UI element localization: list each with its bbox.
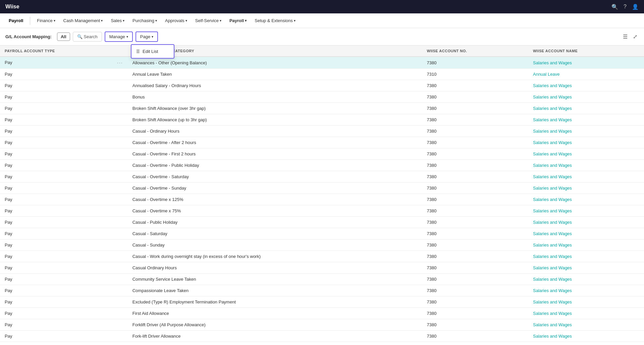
table-row[interactable]: PayCasual - Work during overnight stay (… bbox=[0, 251, 644, 262]
cell-account-name[interactable]: Salaries and Wages bbox=[528, 205, 644, 217]
account-name-link[interactable]: Salaries and Wages bbox=[533, 208, 572, 213]
cell-category: Casual - Overtime - After 2 hours bbox=[128, 137, 422, 148]
table-row[interactable]: PayCompassionate Leave Taken7380Salaries… bbox=[0, 285, 644, 296]
table-row[interactable]: PayCasual - Public Holiday7380Salaries a… bbox=[0, 217, 644, 228]
row-actions[interactable]: ··· bbox=[117, 60, 123, 65]
table-row[interactable]: PayCasual - Overtime - Saturday7380Salar… bbox=[0, 171, 644, 183]
search-button[interactable]: 🔍 Search bbox=[73, 32, 102, 42]
account-name-link[interactable]: Salaries and Wages bbox=[533, 311, 572, 316]
account-name-link[interactable]: Salaries and Wages bbox=[533, 322, 572, 327]
account-name-link[interactable]: Salaries and Wages bbox=[533, 117, 572, 122]
cell-category: Broken Shift Allowance (over 3hr gap) bbox=[128, 103, 422, 114]
nav-item-setup[interactable]: Setup & Extensions ▾ bbox=[251, 17, 299, 24]
search-icon[interactable]: 🔍 bbox=[611, 4, 618, 10]
cell-account-name[interactable]: Salaries and Wages bbox=[528, 137, 644, 148]
cell-account-name[interactable]: Salaries and Wages bbox=[528, 228, 644, 239]
nav-item-payroll[interactable]: Payroll ▾ bbox=[226, 17, 250, 24]
cell-account-name[interactable]: Salaries and Wages bbox=[528, 114, 644, 126]
account-name-link[interactable]: Salaries and Wages bbox=[533, 129, 572, 134]
account-name-link[interactable]: Salaries and Wages bbox=[533, 277, 572, 282]
top-icons: 🔍 ? 👤 bbox=[611, 4, 639, 10]
table-row[interactable]: PayCommunity Service Leave Taken7380Sala… bbox=[0, 274, 644, 285]
table-row[interactable]: PayCasual - Sunday7380Salaries and Wages bbox=[0, 239, 644, 251]
nav-item-self-service[interactable]: Self-Service ▾ bbox=[192, 17, 225, 24]
help-icon[interactable]: ? bbox=[624, 4, 627, 10]
cell-account-name[interactable]: Salaries and Wages bbox=[528, 148, 644, 160]
cell-account-name[interactable]: Salaries and Wages bbox=[528, 183, 644, 194]
cell-account-name[interactable]: Salaries and Wages bbox=[528, 57, 644, 69]
expand-button[interactable]: ⤢ bbox=[632, 32, 639, 41]
table-row[interactable]: PayCasual Ordinary Hours7380Salaries and… bbox=[0, 262, 644, 274]
table-row[interactable]: PayAnnualised Salary - Ordinary Hours738… bbox=[0, 80, 644, 91]
edit-list-item[interactable]: ☰ Edit List bbox=[131, 46, 174, 57]
cell-account-name[interactable]: Salaries and Wages bbox=[528, 91, 644, 103]
cell-account-name[interactable]: Salaries and Wages bbox=[528, 126, 644, 137]
account-name-link[interactable]: Salaries and Wages bbox=[533, 174, 572, 179]
table-row[interactable]: PayCasual - Overtime x 75%7380Salaries a… bbox=[0, 205, 644, 217]
nav-item-sales[interactable]: Sales ▾ bbox=[107, 17, 128, 24]
nav-item-approvals[interactable]: Approvals ▾ bbox=[162, 17, 191, 24]
table-row[interactable]: PayBroken Shift Allowance (up to 3hr gap… bbox=[0, 114, 644, 126]
table-row[interactable]: PayCasual - Overtime - Public Holiday738… bbox=[0, 160, 644, 171]
table-row[interactable]: PayFork-lift Driver Allowance7380Salarie… bbox=[0, 331, 644, 342]
account-name-link[interactable]: Salaries and Wages bbox=[533, 83, 572, 88]
cell-account-name[interactable]: Annual Leave bbox=[528, 69, 644, 80]
cell-account-name[interactable]: Salaries and Wages bbox=[528, 308, 644, 319]
cell-account-name[interactable]: Salaries and Wages bbox=[528, 331, 644, 342]
table-row[interactable]: PayCasual - Overtime - Sunday7380Salarie… bbox=[0, 183, 644, 194]
cell-account-name[interactable]: Salaries and Wages bbox=[528, 103, 644, 114]
cell-account-name[interactable]: Salaries and Wages bbox=[528, 251, 644, 262]
cell-account-name[interactable]: Salaries and Wages bbox=[528, 194, 644, 205]
account-name-link[interactable]: Salaries and Wages bbox=[533, 288, 572, 293]
cell-account-name[interactable]: Salaries and Wages bbox=[528, 274, 644, 285]
table-row[interactable]: PayExcluded (Type R) Employment Terminat… bbox=[0, 296, 644, 308]
account-name-link[interactable]: Salaries and Wages bbox=[533, 163, 572, 168]
nav-item-purchasing[interactable]: Purchasing ▾ bbox=[129, 17, 160, 24]
cell-account-name[interactable]: Salaries and Wages bbox=[528, 319, 644, 331]
table-row[interactable]: PayCasual - Overtime - After 2 hours7380… bbox=[0, 137, 644, 148]
page-button[interactable]: Page ▾ bbox=[136, 31, 158, 42]
account-name-link[interactable]: Salaries and Wages bbox=[533, 140, 572, 145]
table-row[interactable]: PayCasual - Saturday7380Salaries and Wag… bbox=[0, 228, 644, 239]
cell-account-name[interactable]: Salaries and Wages bbox=[528, 160, 644, 171]
cell-account-name[interactable]: Salaries and Wages bbox=[528, 171, 644, 183]
table-row[interactable]: PayFirst Aid Allowance7380Salaries and W… bbox=[0, 308, 644, 319]
table-row[interactable]: Pay ···Allowances - Other (Opening Balan… bbox=[0, 57, 644, 69]
cell-account-name[interactable]: Salaries and Wages bbox=[528, 239, 644, 251]
manage-button[interactable]: Manage ▾ bbox=[105, 31, 133, 42]
nav-item-finance[interactable]: Finance ▾ bbox=[34, 17, 58, 24]
table-row[interactable]: PayCasual - Ordinary Hours7380Salaries a… bbox=[0, 126, 644, 137]
account-name-link[interactable]: Salaries and Wages bbox=[533, 197, 572, 202]
table-row[interactable]: PayForklift Driver (All Purpose Allowanc… bbox=[0, 319, 644, 331]
cell-account-name[interactable]: Salaries and Wages bbox=[528, 80, 644, 91]
account-name-link[interactable]: Salaries and Wages bbox=[533, 243, 572, 248]
account-name-link[interactable]: Salaries and Wages bbox=[533, 231, 572, 236]
account-name-link[interactable]: Salaries and Wages bbox=[533, 186, 572, 191]
user-icon[interactable]: 👤 bbox=[632, 4, 639, 10]
nav-item-payroll-breadcrumb[interactable]: Payroll bbox=[5, 17, 26, 24]
account-name-link[interactable]: Salaries and Wages bbox=[533, 60, 572, 65]
cell-account-name[interactable]: Salaries and Wages bbox=[528, 285, 644, 296]
cell-type: Pay bbox=[0, 331, 128, 342]
table-row[interactable]: PayCasual - Overtime - First 2 hours7380… bbox=[0, 148, 644, 160]
account-name-link[interactable]: Salaries and Wages bbox=[533, 254, 572, 259]
table-row[interactable]: PayBroken Shift Allowance (over 3hr gap)… bbox=[0, 103, 644, 114]
account-name-link[interactable]: Annual Leave bbox=[533, 72, 560, 77]
table-row[interactable]: PayCasual - Overtime x 125%7380Salaries … bbox=[0, 194, 644, 205]
account-name-link[interactable]: Salaries and Wages bbox=[533, 106, 572, 111]
nav-item-cash-management[interactable]: Cash Management ▾ bbox=[60, 17, 106, 24]
account-name-link[interactable]: Salaries and Wages bbox=[533, 94, 572, 99]
all-button[interactable]: All bbox=[57, 32, 70, 41]
table-row[interactable]: PayBonus7380Salaries and Wages bbox=[0, 91, 644, 103]
account-name-link[interactable]: Salaries and Wages bbox=[533, 299, 572, 304]
cell-account-name[interactable]: Salaries and Wages bbox=[528, 262, 644, 274]
account-name-link[interactable]: Salaries and Wages bbox=[533, 151, 572, 156]
cell-account-name[interactable]: Salaries and Wages bbox=[528, 217, 644, 228]
column-settings-button[interactable]: ☰ bbox=[622, 32, 629, 41]
account-name-link[interactable]: Salaries and Wages bbox=[533, 334, 572, 339]
table-row[interactable]: PayAnnual Leave Taken7310Annual Leave bbox=[0, 69, 644, 80]
cell-account-name[interactable]: Salaries and Wages bbox=[528, 296, 644, 308]
account-name-link[interactable]: Salaries and Wages bbox=[533, 220, 572, 225]
cell-account-no: 7380 bbox=[422, 296, 528, 308]
account-name-link[interactable]: Salaries and Wages bbox=[533, 265, 572, 270]
